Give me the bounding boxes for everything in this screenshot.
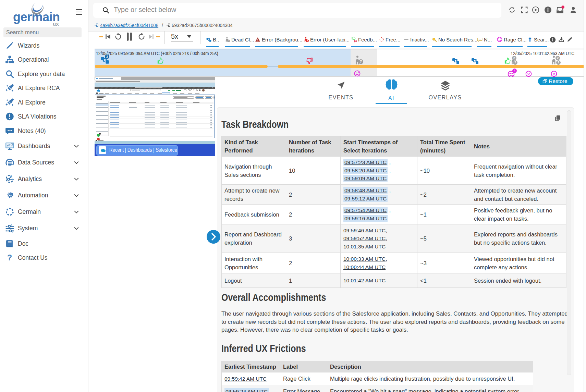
svg-text:?: ? — [7, 253, 12, 262]
svg-text:?: ? — [228, 40, 230, 42]
svg-text:ux: ux — [53, 21, 59, 27]
